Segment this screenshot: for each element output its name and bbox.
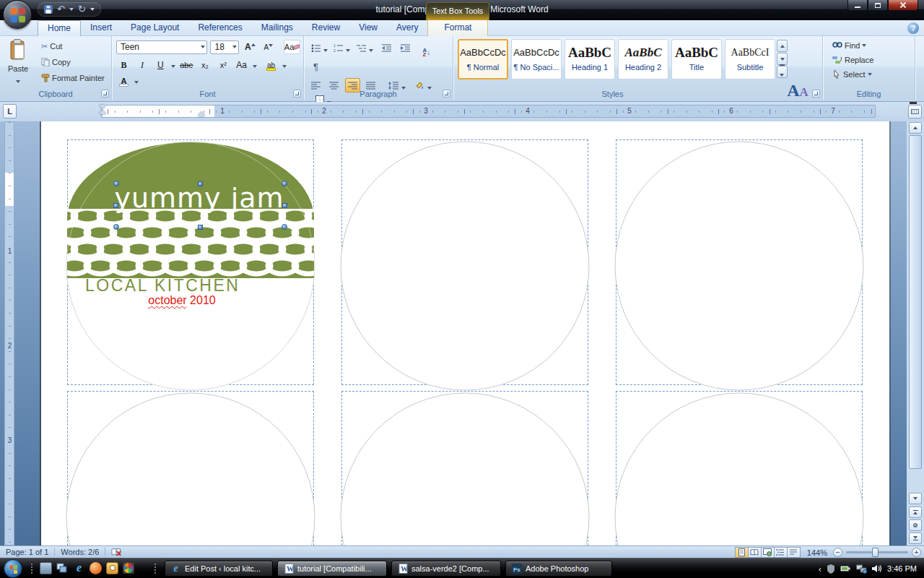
split-handle[interactable] (910, 102, 917, 104)
style-heading1[interactable]: AaBbC Heading 1 (565, 39, 615, 79)
tab-format[interactable]: Format (428, 20, 487, 35)
firefox-icon[interactable] (90, 562, 102, 574)
right-indent-marker[interactable] (198, 111, 205, 116)
shrink-font-button[interactable]: A (261, 40, 276, 55)
next-page-button[interactable] (909, 532, 922, 544)
show-hide-pilcrow-button[interactable]: ¶ (308, 60, 323, 74)
tray-status-icon[interactable] (827, 564, 835, 574)
shading-dropdown-icon[interactable] (427, 87, 432, 90)
label-date-text[interactable]: october 2010 (68, 294, 296, 307)
selection-handle-bottom-left[interactable] (113, 224, 119, 230)
multilevel-dropdown-icon[interactable] (369, 49, 373, 52)
word-count[interactable]: Words: 2/6 (55, 546, 105, 556)
line-spacing-dropdown-icon[interactable] (401, 87, 406, 90)
hanging-indent-marker[interactable] (99, 110, 106, 114)
tray-expand-icon[interactable]: ‹ (819, 564, 821, 574)
styles-gallery-more-button[interactable] (777, 66, 788, 78)
tab-stop-selector[interactable]: L (3, 104, 17, 118)
vertical-ruler[interactable]: 1 2 3 (4, 121, 14, 545)
highlight-dropdown-icon[interactable] (282, 65, 287, 68)
print-layout-view-button[interactable] (735, 547, 749, 558)
style-normal[interactable]: AaBbCcDc ¶ Normal (458, 39, 508, 79)
tab-home[interactable]: Home (38, 20, 81, 36)
tab-review[interactable]: Review (302, 20, 349, 35)
font-size-combobox[interactable]: 18 (210, 40, 239, 54)
battery-icon[interactable] (840, 564, 851, 573)
styles-gallery-up-button[interactable] (777, 40, 788, 52)
tab-insert[interactable]: Insert (81, 20, 121, 35)
taskbar-clock[interactable]: 3:46 PM (887, 564, 917, 573)
change-case-button[interactable]: Aa (234, 58, 249, 72)
taskbar-button-photoshop[interactable]: Ps Adobe Photoshop (505, 561, 612, 577)
numbering-dropdown-icon[interactable] (346, 49, 350, 52)
select-button[interactable]: Select (829, 67, 913, 82)
numbering-button[interactable]: 12 (331, 40, 346, 55)
styles-dialog-launcher[interactable] (812, 90, 820, 98)
tab-avery[interactable]: Avery (387, 20, 427, 35)
horizontal-ruler[interactable]: 1 2 3 4 5 6 7 (101, 105, 876, 118)
scroll-up-button[interactable] (909, 122, 922, 134)
italic-button[interactable]: I (134, 58, 149, 72)
page-indicator[interactable]: Page: 1 of 1 (0, 546, 54, 556)
network-icon[interactable] (856, 564, 867, 574)
clipboard-dialog-launcher[interactable] (101, 90, 109, 98)
strikethrough-button[interactable]: abe (179, 58, 194, 72)
taskbar-button-browser[interactable]: e Edit Post ‹ local kitc... (165, 561, 273, 577)
find-button[interactable]: Find (829, 38, 913, 53)
label-subtitle-text[interactable]: LOCAL KITCHEN (85, 276, 240, 296)
paragraph-dialog-launcher[interactable] (443, 90, 450, 98)
underline-dropdown-icon[interactable] (171, 65, 175, 68)
zoom-out-button[interactable]: − (833, 548, 842, 557)
label-cell-4[interactable] (67, 391, 314, 545)
start-button[interactable] (4, 559, 22, 578)
first-line-indent-marker[interactable] (99, 105, 106, 109)
zoom-slider-thumb[interactable] (872, 548, 879, 557)
show-desktop-icon[interactable] (40, 562, 52, 574)
bullets-dropdown-icon[interactable] (323, 49, 328, 52)
label-cell-1[interactable]: yummy jam LOCAL KITCHEN october 2010 (67, 139, 314, 385)
view-ruler-toggle-button[interactable] (908, 105, 922, 118)
zoom-slider-track[interactable] (846, 551, 908, 553)
draft-view-button[interactable] (787, 547, 801, 558)
close-button[interactable] (888, 0, 918, 11)
tab-page-layout[interactable]: Page Layout (121, 20, 188, 35)
vertical-scrollbar[interactable] (907, 121, 924, 545)
help-button[interactable]: ? (907, 22, 919, 34)
full-screen-reading-view-button[interactable] (748, 547, 762, 558)
selection-handle-top-left[interactable] (113, 181, 119, 186)
decrease-indent-button[interactable] (379, 40, 394, 55)
font-name-combobox[interactable]: Teen (116, 40, 207, 54)
zoom-level[interactable]: 144% (807, 548, 827, 557)
sort-button[interactable]: AZ ↓ (419, 46, 434, 60)
selection-handle-bottom-right[interactable] (282, 224, 287, 230)
cut-button[interactable]: ✂ Cut (38, 38, 108, 54)
font-color-dropdown-icon[interactable] (134, 81, 139, 84)
highlight-color-button[interactable]: ab (263, 59, 279, 74)
format-painter-button[interactable]: Format Painter (38, 70, 108, 86)
copy-button[interactable]: Copy (38, 54, 108, 70)
outline-view-button[interactable] (774, 547, 788, 558)
selection-handle-mid-right[interactable] (282, 203, 287, 208)
selection-handle-mid-left[interactable] (113, 203, 118, 208)
taskbar-button-word-salsa[interactable]: W salsa-verde2 [Comp... (391, 561, 501, 577)
selection-handle-bottom-center[interactable] (198, 225, 203, 230)
previous-page-button[interactable] (909, 506, 922, 518)
style-no-spacing[interactable]: AaBbCcDc ¶ No Spaci... (511, 39, 562, 79)
superscript-button[interactable]: x² (216, 58, 231, 72)
change-case-dropdown-icon[interactable] (253, 65, 257, 68)
subscript-button[interactable]: x₂ (197, 58, 212, 72)
label-cell-5[interactable] (341, 391, 588, 545)
multilevel-list-button[interactable] (354, 40, 369, 55)
selection-handle-top-center[interactable] (198, 181, 203, 186)
font-dialog-launcher[interactable] (293, 90, 301, 98)
proofing-status-button[interactable] (105, 546, 128, 558)
grow-font-button[interactable]: A (243, 40, 258, 54)
paste-button[interactable]: Paste (3, 38, 33, 87)
tab-view[interactable]: View (349, 20, 387, 35)
label-cell-6[interactable] (616, 391, 863, 545)
taskbar-button-word-tutorial[interactable]: W tutorial [Compatibili... (277, 561, 387, 577)
selection-handle-top-right[interactable] (282, 181, 287, 186)
label-cell-2[interactable] (341, 139, 588, 385)
document-page[interactable]: yummy jam LOCAL KITCHEN october 2010 (41, 121, 889, 545)
styles-gallery-down-button[interactable] (777, 53, 788, 65)
